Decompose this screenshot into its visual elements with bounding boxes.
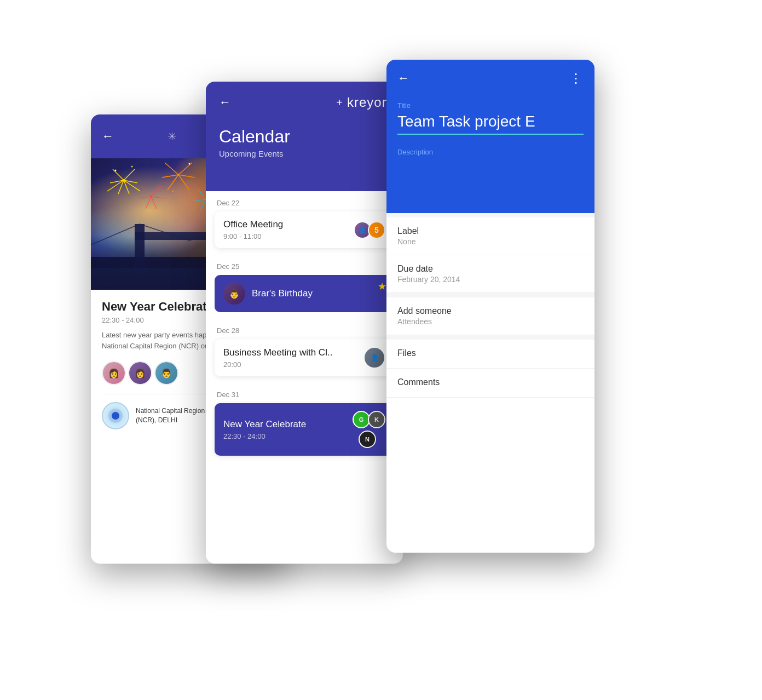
event-business-meeting[interactable]: Business Meeting with Cl.. 20:00 👤 bbox=[215, 339, 394, 376]
label-row[interactable]: Label None bbox=[386, 217, 594, 255]
birthday-avatar: 👨 bbox=[223, 283, 245, 305]
date-label-dec31: Dec 31 bbox=[206, 383, 403, 403]
date-label-dec22: Dec 22 bbox=[206, 191, 403, 211]
svg-line-43 bbox=[151, 197, 164, 198]
avatar-count: 5 bbox=[368, 221, 385, 239]
avatar-business: 👤 bbox=[363, 347, 385, 369]
svg-line-33 bbox=[198, 188, 206, 199]
svg-line-23 bbox=[168, 175, 178, 190]
svg-line-10 bbox=[113, 169, 124, 180]
svg-line-21 bbox=[162, 175, 178, 177]
task-title-input[interactable] bbox=[397, 113, 584, 135]
svg-line-44 bbox=[146, 197, 151, 209]
sparkle-icon: ✳ bbox=[168, 130, 177, 143]
calendar-brand: kreyon bbox=[347, 95, 390, 110]
svg-line-11 bbox=[124, 169, 135, 180]
event-name: Office Meeting bbox=[223, 219, 283, 230]
svg-line-35 bbox=[195, 199, 206, 201]
label-field-name: Label bbox=[397, 226, 584, 236]
svg-point-48 bbox=[189, 163, 190, 165]
avatar-1: 👩 bbox=[102, 361, 126, 385]
event-name-2: Business Meeting with Cl.. bbox=[223, 347, 332, 358]
files-row[interactable]: Files bbox=[386, 340, 594, 369]
task-body: Label None Due date February 20, 2014 Ad… bbox=[386, 213, 594, 398]
date-label-dec28: Dec 28 bbox=[206, 319, 403, 339]
comments-row[interactable]: Comments bbox=[386, 369, 594, 398]
calendar-subtitle: Upcoming Events bbox=[219, 149, 390, 158]
attendees-field-value: Attendees bbox=[397, 317, 584, 326]
ny-avatars: G K N bbox=[353, 411, 385, 448]
ny-avatar-n: N bbox=[359, 431, 376, 448]
separator-1 bbox=[386, 213, 594, 217]
event-new-year[interactable]: New Year Celebrate 22:30 - 24:00 G K N bbox=[215, 403, 394, 456]
due-field-value: February 20, 2014 bbox=[397, 275, 584, 284]
calendar-body: Dec 22 Office Meeting 9:00 - 11:00 👤 5 D… bbox=[206, 191, 403, 564]
task-more-button[interactable]: ⋮ bbox=[569, 71, 584, 86]
attendees-row[interactable]: Add someone Attendees bbox=[386, 297, 594, 335]
label-field-value: None bbox=[397, 237, 584, 246]
birthday-content: Brar's Birthday bbox=[252, 288, 385, 299]
svg-line-22 bbox=[178, 175, 195, 177]
desc-field-label: Description bbox=[397, 148, 584, 156]
separator-2 bbox=[386, 293, 594, 297]
svg-line-20 bbox=[178, 163, 192, 175]
event-info: Office Meeting 9:00 - 11:00 bbox=[223, 219, 283, 240]
event-office-meeting[interactable]: Office Meeting 9:00 - 11:00 👤 5 bbox=[215, 211, 394, 248]
svg-line-40 bbox=[141, 186, 151, 197]
birthday-stars: ★ ✦ bbox=[378, 280, 386, 292]
back-button[interactable] bbox=[102, 129, 114, 144]
map-pin bbox=[112, 412, 119, 420]
svg-line-37 bbox=[200, 199, 206, 210]
due-date-row[interactable]: Due date February 20, 2014 bbox=[386, 255, 594, 293]
event-birthday[interactable]: 👨 Brar's Birthday ★ ✦ bbox=[215, 275, 394, 312]
task-detail-card: ← ⋮ Title Description Label None Due dat… bbox=[386, 60, 594, 553]
svg-point-47 bbox=[131, 166, 133, 168]
svg-line-45 bbox=[151, 197, 157, 209]
task-top-bar: ← ⋮ bbox=[397, 71, 584, 86]
birthday-name: Brar's Birthday bbox=[252, 288, 385, 299]
files-field-name: Files bbox=[397, 348, 584, 358]
event-name-ny: New Year Celebrate bbox=[223, 419, 306, 430]
event-time: 9:00 - 11:00 bbox=[223, 232, 283, 240]
comments-field-name: Comments bbox=[397, 377, 584, 387]
due-field-name: Due date bbox=[397, 264, 584, 274]
map-icon bbox=[102, 402, 129, 429]
svg-line-24 bbox=[178, 175, 189, 190]
calendar-header: ← + kreyon Calendar Upcoming Events bbox=[206, 82, 403, 191]
ny-avatar-k: K bbox=[368, 411, 385, 428]
event-info-ny: New Year Celebrate 22:30 - 24:00 bbox=[223, 419, 306, 440]
svg-line-41 bbox=[151, 186, 161, 197]
calendar-back-button[interactable]: ← bbox=[219, 95, 231, 110]
task-header: ← ⋮ Title Description bbox=[386, 60, 594, 213]
calendar-title: Calendar bbox=[219, 127, 390, 147]
attendees-field-name: Add someone bbox=[397, 306, 584, 316]
svg-point-51 bbox=[172, 191, 174, 192]
event-time-ny: 22:30 - 24:00 bbox=[223, 432, 306, 440]
event-avatars: 👤 5 bbox=[354, 221, 385, 239]
date-label-dec25: Dec 25 bbox=[206, 255, 403, 275]
location-text: National Capital Region(NCR), DELHI bbox=[136, 406, 205, 425]
avatar-2: 👩 bbox=[128, 361, 152, 385]
plus-icon: + bbox=[336, 96, 343, 109]
svg-point-46 bbox=[115, 170, 117, 171]
event-title: New Year Celebrate bbox=[102, 300, 213, 314]
event-time-2: 20:00 bbox=[223, 360, 332, 369]
event-info-2: Business Meeting with Cl.. 20:00 bbox=[223, 347, 332, 369]
separator-3 bbox=[386, 335, 594, 340]
avatar-3: 👨 bbox=[154, 361, 178, 385]
calendar-card: ← + kreyon Calendar Upcoming Events Dec … bbox=[206, 82, 403, 564]
task-back-button[interactable]: ← bbox=[397, 71, 409, 85]
svg-line-19 bbox=[165, 163, 178, 175]
svg-line-42 bbox=[138, 197, 151, 198]
title-field-label: Title bbox=[397, 101, 584, 110]
